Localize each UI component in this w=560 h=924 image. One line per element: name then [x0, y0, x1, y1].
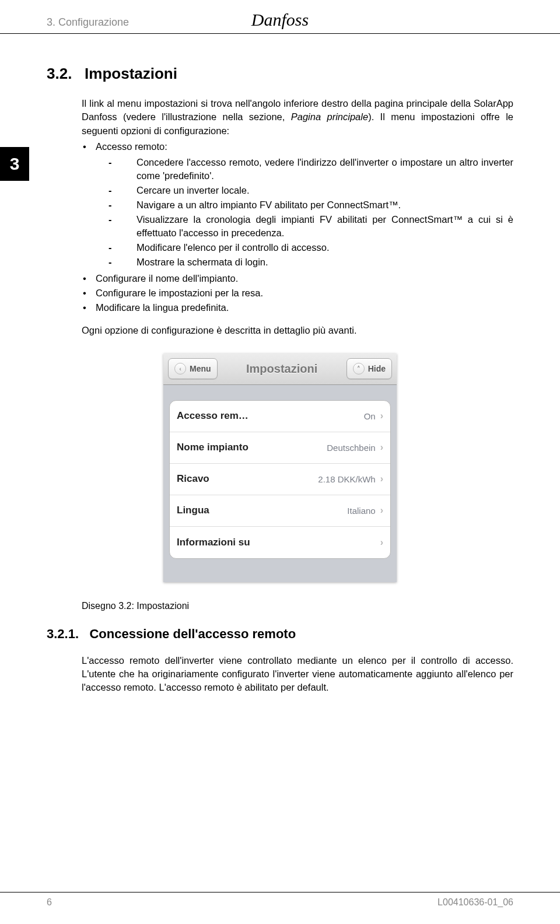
row-remote-access[interactable]: Accesso rem… On ›	[170, 401, 390, 432]
bullet-item: Configurare le impostazioni per la resa.	[82, 286, 513, 300]
ios-body: Accesso rem… On › Nome impianto Deutschb…	[163, 385, 397, 582]
row-value: On	[364, 410, 376, 422]
page-content: 3.2. Impostazioni Il link al menu impost…	[0, 34, 560, 694]
row-language[interactable]: Lingua Italiano ›	[170, 495, 390, 527]
bullet-item: Configurare il nome dell'impianto.	[82, 272, 513, 285]
dash-item: Mostrare la schermata di login.	[107, 256, 513, 269]
ios-toolbar: ‹ Menu Impostazioni ˄ Hide	[163, 354, 397, 385]
section-title: Impostazioni	[85, 65, 177, 82]
subsection-title: Concessione dell'accesso remoto	[89, 626, 296, 641]
bullet-list-cont: Configurare il nome dell'impianto. Confi…	[82, 272, 513, 314]
section-heading: 3.2. Impostazioni	[47, 63, 513, 84]
row-value: 2.18 DKK/kWh	[318, 473, 375, 485]
row-label: Ricavo	[177, 472, 318, 486]
ios-title: Impostazioni	[221, 360, 343, 377]
chevron-right-icon: ›	[380, 504, 383, 517]
row-about[interactable]: Informazioni su ›	[170, 527, 390, 558]
dash-item: Concedere l'accesso remoto, vedere l'ind…	[107, 156, 513, 183]
chevron-right-icon: ›	[380, 441, 383, 454]
chapter-tab: 3	[0, 147, 29, 181]
bullet-list: Accesso remoto:	[82, 140, 513, 153]
chevron-right-icon: ›	[380, 536, 383, 549]
section-number: 3.2.	[47, 65, 72, 82]
hide-button[interactable]: ˄ Hide	[346, 358, 392, 379]
row-label: Accesso rem…	[177, 409, 364, 423]
chevron-right-icon: ›	[380, 473, 383, 485]
dash-item: Modificare l'elenco per il controllo di …	[107, 241, 513, 254]
page-footer: 6 L00410636-01_06	[0, 892, 560, 908]
intro-paragraph: Il link al menu impostazioni si trova ne…	[82, 97, 513, 137]
chevron-right-icon: ›	[380, 410, 383, 422]
hide-label: Hide	[368, 363, 386, 375]
bullet-item: Modificare la lingua predefinita.	[82, 301, 513, 314]
row-value: Italiano	[347, 505, 375, 517]
menu-label: Menu	[190, 363, 211, 375]
back-icon: ‹	[174, 363, 186, 374]
ios-list: Accesso rem… On › Nome impianto Deutschb…	[169, 400, 391, 559]
menu-button[interactable]: ‹ Menu	[168, 358, 218, 379]
page-header: 3. Configurazione Danfoss	[0, 0, 560, 34]
up-icon: ˄	[353, 363, 365, 374]
dash-item: Cercare un inverter locale.	[107, 184, 513, 197]
bullet-item: Accesso remoto:	[82, 140, 513, 153]
subsection-number: 3.2.1.	[47, 626, 79, 641]
figure-caption: Disegno 3.2: Impostazioni	[82, 600, 513, 612]
brand-logo: Danfoss	[251, 10, 309, 30]
row-value: Deutschbein	[327, 442, 375, 454]
dash-item: Navigare a un altro impianto FV abilitat…	[107, 198, 513, 212]
row-yield[interactable]: Ricavo 2.18 DKK/kWh ›	[170, 464, 390, 495]
subsection-heading: 3.2.1. Concessione dell'accesso remoto	[47, 625, 513, 643]
dash-item: Visualizzare la cronologia degli impiant…	[107, 213, 513, 240]
row-label: Nome impianto	[177, 440, 327, 454]
doc-code: L00410636-01_06	[438, 897, 513, 908]
row-plant-name[interactable]: Nome impianto Deutschbein ›	[170, 432, 390, 464]
intro-italic: Pagina principale	[291, 111, 368, 122]
subsection-paragraph: L'accesso remoto dell'inverter viene con…	[82, 654, 513, 694]
row-label: Informazioni su	[177, 536, 376, 550]
page-number: 6	[47, 897, 52, 908]
outro-paragraph: Ogni opzione di configurazione è descrit…	[82, 324, 513, 337]
row-label: Lingua	[177, 503, 347, 517]
dash-list: Concedere l'accesso remoto, vedere l'ind…	[107, 156, 513, 270]
screenshot-settings: ‹ Menu Impostazioni ˄ Hide Accesso rem… …	[163, 354, 397, 582]
